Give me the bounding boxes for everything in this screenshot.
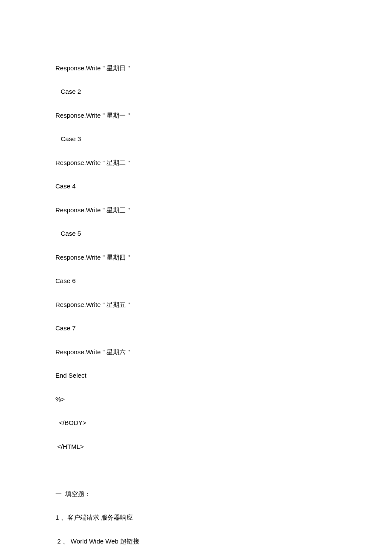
code-line: Response.Write " 星期五 " [55, 299, 337, 311]
code-line: Case 3 [55, 133, 337, 145]
code-line: Response.Write " 星期日 " [55, 62, 337, 74]
code-line: Response.Write " 星期二 " [55, 157, 337, 169]
document-content: Response.Write " 星期日 " Case 2 Response.W… [55, 50, 337, 555]
blank-line [55, 464, 337, 476]
answer-line: 2 、 World Wide Web 超链接 [55, 535, 337, 547]
code-line: </BODY> [55, 417, 337, 429]
code-line: Case 6 [55, 275, 337, 287]
code-line: Case 2 [55, 86, 337, 98]
code-line: Response.Write " 星期六 " [55, 346, 337, 358]
code-line: Case 7 [55, 322, 337, 334]
answer-line: 1 、客户端请求 服务器响应 [55, 512, 337, 523]
code-line: Response.Write " 星期三 " [55, 204, 337, 216]
code-line: %> [55, 393, 337, 405]
code-line: </HTML> [55, 441, 337, 453]
code-line: Case 4 [55, 180, 337, 192]
answer-line: 一 填空题： [55, 488, 337, 500]
code-line: End Select [55, 370, 337, 382]
code-line: Response.Write " 星期一 " [55, 110, 337, 121]
code-line: Response.Write " 星期四 " [55, 251, 337, 263]
code-line: Case 5 [55, 228, 337, 240]
